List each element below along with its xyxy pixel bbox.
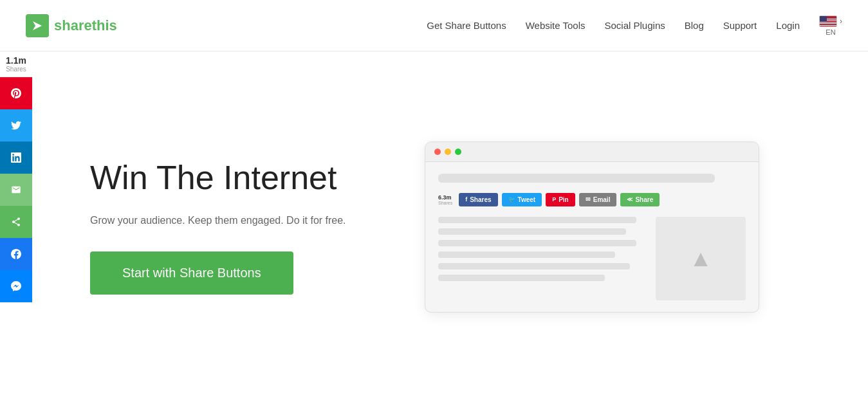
mock-share-buttons-row: 6.3m Shares f Shares 🐦 Tweet P Pin ✉: [438, 193, 746, 206]
logo[interactable]: sharethis: [26, 14, 117, 37]
hero-subtitle: Grow your audience. Keep them engaged. D…: [90, 213, 373, 228]
mock-facebook-icon: f: [465, 196, 467, 203]
mock-pinterest-label: Pin: [559, 196, 569, 203]
mock-email-icon: ✉: [586, 196, 591, 203]
mock-share-btn: ≪ Share: [620, 193, 660, 206]
svg-marker-0: [33, 21, 42, 30]
language-selector[interactable]: › EN: [819, 15, 842, 36]
mock-email-btn: ✉ Email: [579, 193, 617, 206]
hero-title: Win The Internet: [90, 159, 373, 197]
mock-image-placeholder: ▲: [656, 217, 746, 300]
browser-minimize-dot: [445, 149, 451, 155]
us-flag-icon: [819, 15, 837, 27]
mock-share-icon: ≪: [627, 196, 633, 203]
mock-twitter-btn: 🐦 Tweet: [502, 193, 542, 206]
mock-share-count-number: 6.3m: [438, 194, 452, 201]
mock-line-2: [438, 228, 626, 235]
cta-start-button[interactable]: Start with Share Buttons: [90, 251, 293, 295]
mock-line-1: [438, 217, 636, 223]
mock-text-lines: [438, 217, 647, 300]
mock-share-count-label: Shares: [438, 201, 452, 205]
browser-maximize-dot: [455, 149, 461, 155]
mock-image-icon: ▲: [689, 245, 712, 272]
mock-content-bar-1: [438, 174, 715, 183]
mock-email-label: Email: [593, 196, 611, 203]
nav-get-share-buttons[interactable]: Get Share Buttons: [427, 20, 506, 31]
main-nav: Get Share Buttons Website Tools Social P…: [427, 15, 842, 36]
mock-pinterest-icon: P: [552, 196, 556, 203]
header: sharethis Get Share Buttons Website Tool…: [0, 0, 868, 51]
mock-facebook-btn: f Shares: [459, 193, 497, 206]
browser-mockup: 6.3m Shares f Shares 🐦 Tweet P Pin ✉: [425, 142, 759, 313]
nav-blog[interactable]: Blog: [685, 20, 704, 31]
logo-text: sharethis: [54, 17, 117, 34]
mock-twitter-icon: 🐦: [508, 196, 515, 203]
nav-social-plugins[interactable]: Social Plugins: [605, 20, 665, 31]
mock-lower-content: ▲: [438, 217, 746, 300]
flag-chevron-icon: ›: [840, 17, 842, 26]
browser-close-dot: [434, 149, 441, 155]
language-label: EN: [826, 28, 835, 36]
mock-share-count: 6.3m Shares: [438, 194, 452, 205]
mock-twitter-label: Tweet: [518, 196, 536, 203]
hero-section: Win The Internet Grow your audience. Kee…: [51, 159, 373, 295]
mock-pinterest-btn: P Pin: [546, 193, 575, 206]
nav-website-tools[interactable]: Website Tools: [526, 20, 586, 31]
mock-line-4: [438, 251, 615, 258]
main-content: Win The Internet Grow your audience. Kee…: [0, 51, 868, 402]
browser-bar: [425, 142, 759, 162]
mock-line-6: [438, 275, 605, 281]
mock-line-3: [438, 240, 636, 246]
nav-login[interactable]: Login: [776, 20, 800, 31]
nav-support[interactable]: Support: [723, 20, 757, 31]
logo-icon: [26, 14, 49, 37]
mock-line-5: [438, 263, 630, 270]
mock-facebook-label: Shares: [470, 196, 491, 203]
mock-share-label: Share: [635, 196, 653, 203]
browser-content: 6.3m Shares f Shares 🐦 Tweet P Pin ✉: [425, 162, 759, 312]
